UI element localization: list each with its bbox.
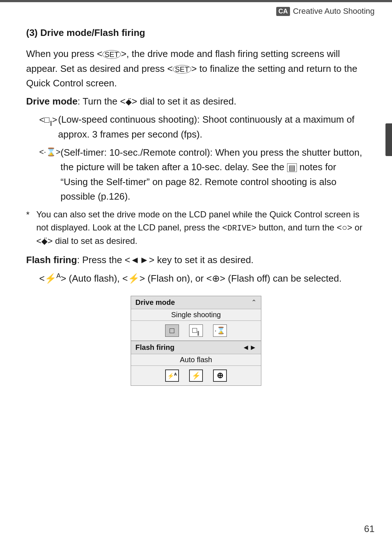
self-timer-icon: ·⌛	[215, 326, 225, 335]
bullet-2: <·⌛> (Self-timer: 10-sec./Remote control…	[26, 145, 366, 204]
panel-flash-arrows: ◄►	[242, 343, 257, 352]
panel-flash-label: Flash firing	[135, 343, 175, 352]
flash-icon-on[interactable]: ⚡	[189, 369, 203, 382]
panel-flash-icons-row: ⚡A ⚡ ⊕	[131, 366, 261, 385]
flash-firing-line: Flash firing: Press the <◄►> key to set …	[26, 253, 366, 267]
bullet-1-sym: <□‖>	[39, 112, 58, 127]
ui-panel-wrapper: Drive mode ⌃ Single shooting □ □‖ ·⌛	[26, 296, 366, 386]
header-bar	[0, 0, 392, 2]
panel-auto-flash-row: Auto flash	[131, 354, 261, 366]
page-number: 61	[364, 523, 375, 535]
flash-firing-label: Flash firing	[26, 254, 77, 265]
flash-off-icon: ⊕	[217, 371, 223, 380]
drive-icon-timer[interactable]: ·⌛	[213, 324, 227, 337]
flash-on-icon: ⚡	[192, 371, 201, 380]
drive-icon-continuous[interactable]: □‖	[189, 324, 203, 337]
note-star: *	[26, 208, 36, 221]
bullet-1-text: (Low-speed continuous shooting): Shoot c…	[58, 112, 366, 142]
flash-icon-off[interactable]: ⊕	[213, 369, 227, 382]
bullet-1: <□‖> (Low-speed continuous shooting): Sh…	[26, 112, 366, 142]
panel-auto-flash-label: Auto flash	[180, 356, 212, 364]
ui-panel: Drive mode ⌃ Single shooting □ □‖ ·⌛	[131, 296, 261, 386]
flash-options: <⚡A> (Auto flash), <⚡> (Flash on), or <⊕…	[26, 271, 366, 286]
drive-icon-single[interactable]: □	[165, 324, 179, 337]
panel-drive-header: Drive mode ⌃	[131, 296, 261, 309]
right-tab	[385, 123, 392, 156]
drive-mode-label: Drive mode	[26, 96, 78, 107]
section-title: (3) Drive mode/Flash firing	[26, 25, 366, 40]
intro-paragraph: When you press <SET>, the drive mode and…	[26, 46, 366, 90]
note-text: You can also set the drive mode on the L…	[36, 208, 366, 248]
drive-mode-line: Drive mode: Turn the <◆̈> dial to set it…	[26, 94, 366, 109]
flash-auto-icon: ⚡A	[167, 372, 177, 379]
single-shoot-icon: □	[170, 326, 174, 335]
flash-icon-auto[interactable]: ⚡A	[165, 369, 179, 382]
intro-text: When you press <SET>, the drive mode and…	[26, 46, 366, 90]
header-label: CA Creative Auto Shooting	[276, 7, 375, 16]
note-block: * You can also set the drive mode on the…	[26, 208, 366, 248]
panel-drive-arrow: ⌃	[251, 298, 257, 306]
panel-drive-icons-row: □ □‖ ·⌛	[131, 321, 261, 341]
main-content: (3) Drive mode/Flash firing When you pre…	[26, 25, 366, 396]
header-title: Creative Auto Shooting	[293, 7, 375, 16]
panel-single-shooting-label: Single shooting	[171, 311, 221, 319]
continuous-shoot-icon: □‖	[192, 326, 200, 336]
bullet-2-text: (Self-timer: 10-sec./Remote control): Wh…	[61, 145, 366, 204]
ca-badge: CA	[276, 7, 290, 16]
panel-flash-header: Flash firing ◄►	[131, 341, 261, 354]
panel-drive-label: Drive mode	[135, 298, 175, 307]
bullet-2-sym: <·⌛>	[39, 145, 61, 158]
panel-single-shooting-row: Single shooting	[131, 309, 261, 321]
